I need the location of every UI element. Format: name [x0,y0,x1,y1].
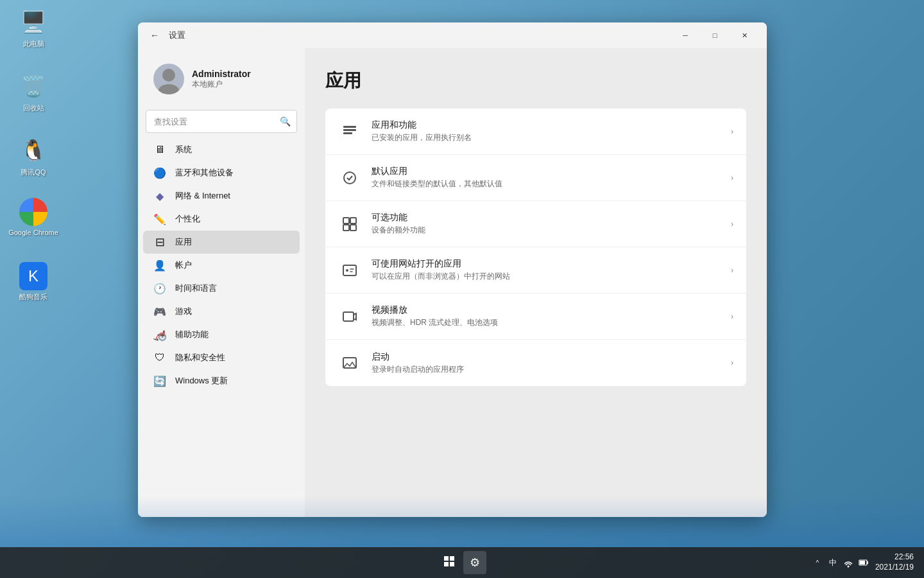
svg-point-1 [158,84,179,94]
svg-rect-4 [343,132,352,134]
input-method-icon[interactable]: 中 [826,556,839,569]
default-apps-text: 默认应用 文件和链接类型的默认值，其他默认值 [372,166,726,189]
svg-rect-16 [444,562,449,566]
taskbar-center: ⚙ [438,551,486,574]
apps-features-icon [338,120,361,143]
main-content: 应用 应用和功能 已安装的应用，应用执行别名 › [305,48,767,517]
battery-tray-icon[interactable] [857,556,870,569]
network-tray-icon[interactable] [842,556,855,569]
svg-point-11 [346,269,348,272]
optional-features-title: 可选功能 [372,212,726,223]
startup-desc: 登录时自动启动的应用程序 [372,364,726,375]
qq-icon: 🐧 [18,135,49,166]
apps-features-title: 应用和功能 [372,119,726,131]
chrome-label: Google Chrome [8,229,58,237]
sidebar-item-windows-update[interactable]: 🔄 Windows 更新 [143,369,300,392]
sidebar-item-accessibility[interactable]: 🦽 辅助功能 [143,323,300,346]
music-label: 酷狗音乐 [19,293,47,301]
sidebar-item-gaming[interactable]: 🎮 游戏 [143,300,300,323]
search-icon[interactable]: 🔍 [280,116,291,127]
close-button[interactable]: ✕ [730,25,759,46]
desktop-icon-music[interactable]: K 酷狗音乐 [8,262,59,301]
sidebar: Administrator 本地账户 🔍 🖥 系统 🔵 蓝牙和其他设备 ◆ 网络 [138,48,305,517]
settings-item-startup[interactable]: 启动 登录时自动启动的应用程序 › [325,340,746,386]
settings-taskbar-button[interactable]: ⚙ [463,551,486,574]
svg-point-18 [847,566,849,568]
desktop-icon-qq[interactable]: 🐧 腾讯QQ [8,135,59,177]
minimize-button[interactable]: ─ [671,25,700,46]
sidebar-label-apps: 应用 [175,236,192,248]
desktop-icon-chrome[interactable]: Google Chrome [8,198,59,237]
svg-rect-6 [343,218,349,223]
optional-features-desc: 设备的额外功能 [372,225,726,236]
svg-rect-21 [860,561,865,565]
settings-window: ← 设置 ─ □ ✕ [138,22,767,517]
apps-features-desc: 已安装的应用，应用执行别名 [372,132,726,143]
settings-item-default-apps[interactable]: 默认应用 文件和链接类型的默认值，其他默认值 › [325,155,746,201]
window-title: 设置 [169,30,185,41]
show-hidden-icon[interactable]: ^ [811,556,824,569]
recycle-label: 回收站 [23,104,44,112]
sidebar-item-system[interactable]: 🖥 系统 [143,138,300,161]
sidebar-item-network[interactable]: ◆ 网络 & Internet [143,184,300,207]
default-apps-icon [338,166,361,189]
video-title: 视频播放 [372,304,726,316]
minimize-icon: ─ [683,31,688,39]
desktop-icon-pc[interactable]: 🖥️ 此电脑 [8,6,59,48]
settings-item-video[interactable]: 视频播放 视频调整、HDR 流式处理、电池选项 › [325,293,746,340]
optional-features-chevron: › [731,220,733,229]
web-apps-title: 可使用网站打开的应用 [372,258,726,270]
sidebar-item-bluetooth[interactable]: 🔵 蓝牙和其他设备 [143,161,300,184]
time-display: 22:56 [875,552,914,563]
sidebar-item-apps[interactable]: ⊟ 应用 [143,231,300,254]
accessibility-icon: 🦽 [153,328,166,341]
page-title: 应用 [325,69,746,93]
system-icon: 🖥 [153,143,166,156]
default-apps-title: 默认应用 [372,166,726,177]
user-info: Administrator 本地账户 [192,69,251,90]
sidebar-item-personalization[interactable]: ✏️ 个性化 [143,207,300,231]
user-name: Administrator [192,69,251,79]
svg-rect-14 [444,556,449,561]
settings-item-optional-features[interactable]: 可选功能 设备的额外功能 › [325,201,746,247]
svg-rect-15 [450,556,454,561]
startup-title: 启动 [372,351,726,363]
qq-label: 腾讯QQ [21,168,46,177]
sidebar-label-windows-update: Windows 更新 [175,375,228,387]
maximize-icon: □ [713,31,717,39]
sidebar-label-accounts: 帐户 [175,259,192,271]
date-display: 2021/12/19 [875,563,914,573]
maximize-button[interactable]: □ [700,25,730,46]
gaming-icon: 🎮 [153,305,166,318]
user-profile[interactable]: Administrator 本地账户 [143,56,300,102]
sidebar-item-privacy[interactable]: 🛡 隐私和安全性 [143,346,300,369]
web-apps-icon [338,259,361,282]
close-icon: ✕ [742,31,748,40]
optional-features-icon [338,213,361,236]
svg-rect-10 [343,265,356,276]
svg-point-5 [344,172,355,184]
start-button[interactable] [438,551,461,574]
settings-item-apps-features[interactable]: 应用和功能 已安装的应用，应用执行别名 › [325,109,746,155]
settings-item-web-apps[interactable]: 可使用网站打开的应用 可以在应用（而非浏览器）中打开的网站 › [325,247,746,293]
sidebar-label-privacy: 隐私和安全性 [175,352,225,363]
settings-cards: 应用和功能 已安装的应用，应用执行别名 › 默认应用 [325,109,746,386]
startup-chevron: › [731,358,733,367]
sidebar-item-time[interactable]: 🕐 时间和语言 [143,277,300,300]
search-input[interactable] [146,110,297,133]
taskbar-time[interactable]: 22:56 2021/12/19 [875,552,914,572]
video-icon [338,305,361,328]
user-type: 本地账户 [192,79,251,90]
desktop-icon-recycle[interactable]: 🗑️ 回收站 [8,71,59,112]
default-apps-desc: 文件和链接类型的默认值，其他默认值 [372,179,726,189]
recycle-icon: 🗑️ [18,71,49,101]
settings-taskbar-icon: ⚙ [470,556,480,570]
sidebar-item-accounts[interactable]: 👤 帐户 [143,254,300,277]
pc-label: 此电脑 [23,40,44,48]
title-bar: ← 设置 ─ □ ✕ [138,22,767,48]
chrome-icon [19,198,47,226]
back-button[interactable]: ← [146,26,164,44]
content-area: Administrator 本地账户 🔍 🖥 系统 🔵 蓝牙和其他设备 ◆ 网络 [138,48,767,517]
back-icon: ← [150,30,159,40]
sidebar-label-bluetooth: 蓝牙和其他设备 [175,167,234,179]
